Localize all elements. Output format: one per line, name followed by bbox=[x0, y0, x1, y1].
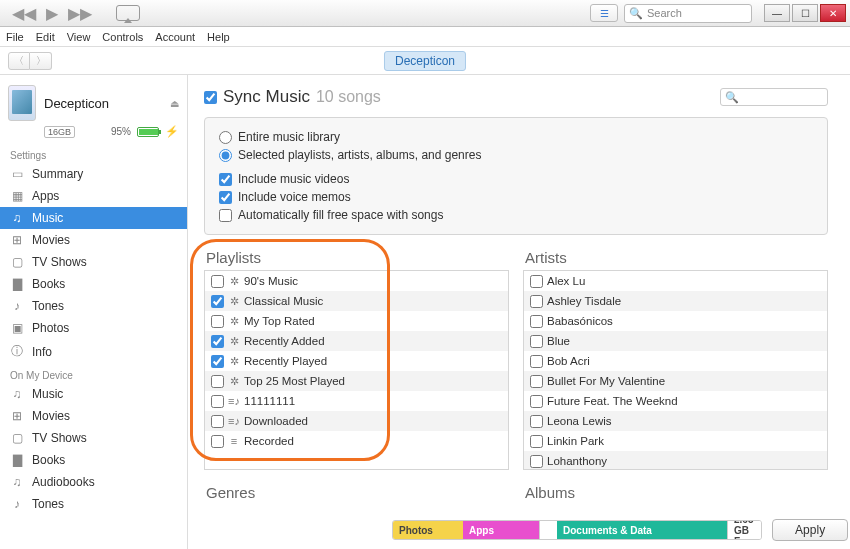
playlist-row[interactable]: ≡Recorded bbox=[205, 431, 508, 451]
artist-checkbox[interactable] bbox=[530, 315, 543, 328]
sidebar-item-icon: ▦ bbox=[10, 189, 24, 203]
artist-checkbox[interactable] bbox=[530, 415, 543, 428]
sidebar-item-info[interactable]: ⓘInfo bbox=[0, 339, 187, 364]
artist-label: Bullet For My Valentine bbox=[547, 375, 665, 387]
artist-checkbox[interactable] bbox=[530, 295, 543, 308]
airplay-icon[interactable] bbox=[116, 5, 140, 21]
artist-checkbox[interactable] bbox=[530, 275, 543, 288]
artist-label: Babasónicos bbox=[547, 315, 613, 327]
playlist-checkbox[interactable] bbox=[211, 315, 224, 328]
forward-button[interactable]: 〉 bbox=[30, 52, 52, 70]
playlist-checkbox[interactable] bbox=[211, 395, 224, 408]
sidebar-section-ondevice: On My Device bbox=[0, 364, 187, 383]
device-header[interactable]: Decepticon ⏏ bbox=[0, 81, 187, 125]
sidebar-item-tones[interactable]: ♪Tones bbox=[0, 493, 187, 515]
sidebar-item-label: Info bbox=[32, 345, 52, 359]
sidebar-item-music[interactable]: ♫Music bbox=[0, 207, 187, 229]
device-tab[interactable]: Decepticon bbox=[384, 51, 466, 71]
playlist-type-icon: ✲ bbox=[228, 275, 240, 288]
radio-entire-library[interactable]: Entire music library bbox=[219, 128, 813, 146]
sidebar-item-apps[interactable]: ▦Apps bbox=[0, 185, 187, 207]
artist-row[interactable]: Bob Acri bbox=[524, 351, 827, 371]
sidebar-item-movies[interactable]: ⊞Movies bbox=[0, 229, 187, 251]
sidebar-item-tv-shows[interactable]: ▢TV Shows bbox=[0, 251, 187, 273]
playlist-checkbox[interactable] bbox=[211, 335, 224, 348]
sidebar-item-icon: ▢ bbox=[10, 255, 24, 269]
sidebar-item-audiobooks[interactable]: ♫Audiobooks bbox=[0, 471, 187, 493]
capacity-seg-docs: Documents & Data bbox=[557, 521, 727, 539]
menu-edit[interactable]: Edit bbox=[36, 31, 55, 43]
sidebar-item-label: Movies bbox=[32, 409, 70, 423]
artist-row[interactable]: Ashley Tisdale bbox=[524, 291, 827, 311]
playlist-row[interactable]: ≡♪Downloaded bbox=[205, 411, 508, 431]
global-search-input[interactable]: 🔍 Search bbox=[624, 4, 752, 23]
artist-row[interactable]: Linkin Park bbox=[524, 431, 827, 451]
artist-row[interactable]: Bullet For My Valentine bbox=[524, 371, 827, 391]
eject-icon[interactable]: ⏏ bbox=[170, 98, 179, 109]
artist-checkbox[interactable] bbox=[530, 395, 543, 408]
sidebar-item-music[interactable]: ♫Music bbox=[0, 383, 187, 405]
artist-row[interactable]: Lohanthony bbox=[524, 451, 827, 470]
minimize-button[interactable]: — bbox=[764, 4, 790, 22]
menu-account[interactable]: Account bbox=[155, 31, 195, 43]
playlist-type-icon: ✲ bbox=[228, 335, 240, 348]
playlist-checkbox[interactable] bbox=[211, 415, 224, 428]
playlists-list[interactable]: ✲90's Music✲Classical Music✲My Top Rated… bbox=[204, 270, 509, 470]
playlist-row[interactable]: ≡♪11111111 bbox=[205, 391, 508, 411]
playlist-row[interactable]: ✲90's Music bbox=[205, 271, 508, 291]
playlist-row[interactable]: ✲My Top Rated bbox=[205, 311, 508, 331]
sync-options-panel: Entire music library Selected playlists,… bbox=[204, 117, 828, 235]
play-icon[interactable]: ▶ bbox=[46, 4, 58, 23]
playlist-checkbox[interactable] bbox=[211, 355, 224, 368]
checkbox-autofill[interactable]: Automatically fill free space with songs bbox=[219, 206, 813, 224]
playlist-row[interactable]: ✲Recently Added bbox=[205, 331, 508, 351]
sidebar-item-books[interactable]: ▇Books bbox=[0, 449, 187, 471]
playlist-row[interactable]: ✲Recently Played bbox=[205, 351, 508, 371]
artist-row[interactable]: Blue bbox=[524, 331, 827, 351]
prev-track-icon[interactable]: ◀◀ bbox=[12, 4, 36, 23]
artist-checkbox[interactable] bbox=[530, 455, 543, 468]
menu-controls[interactable]: Controls bbox=[102, 31, 143, 43]
sidebar-item-photos[interactable]: ▣Photos bbox=[0, 317, 187, 339]
playlist-row[interactable]: ✲Top 25 Most Played bbox=[205, 371, 508, 391]
artist-checkbox[interactable] bbox=[530, 335, 543, 348]
sidebar-item-tv-shows[interactable]: ▢TV Shows bbox=[0, 427, 187, 449]
apply-button[interactable]: Apply bbox=[772, 519, 848, 541]
artist-row[interactable]: Future Feat. The Weeknd bbox=[524, 391, 827, 411]
sidebar-item-movies[interactable]: ⊞Movies bbox=[0, 405, 187, 427]
playlist-row[interactable]: ✲Classical Music bbox=[205, 291, 508, 311]
artist-row[interactable]: Leona Lewis bbox=[524, 411, 827, 431]
close-button[interactable]: ✕ bbox=[820, 4, 846, 22]
next-track-icon[interactable]: ▶▶ bbox=[68, 4, 92, 23]
menu-help[interactable]: Help bbox=[207, 31, 230, 43]
sidebar-item-summary[interactable]: ▭Summary bbox=[0, 163, 187, 185]
artist-checkbox[interactable] bbox=[530, 375, 543, 388]
artist-row[interactable]: Alex Lu bbox=[524, 271, 827, 291]
playlist-checkbox[interactable] bbox=[211, 275, 224, 288]
playlist-checkbox[interactable] bbox=[211, 435, 224, 448]
sidebar-item-tones[interactable]: ♪Tones bbox=[0, 295, 187, 317]
checkbox-include-voice[interactable]: Include voice memos bbox=[219, 188, 813, 206]
sidebar-item-label: Music bbox=[32, 211, 63, 225]
playlist-checkbox[interactable] bbox=[211, 295, 224, 308]
back-button[interactable]: 〈 bbox=[8, 52, 30, 70]
sidebar-item-label: Tones bbox=[32, 299, 64, 313]
playlists-heading: Playlists bbox=[204, 249, 509, 266]
menu-view[interactable]: View bbox=[67, 31, 91, 43]
device-thumbnail-icon bbox=[8, 85, 36, 121]
artist-checkbox[interactable] bbox=[530, 355, 543, 368]
artist-row[interactable]: Babasónicos bbox=[524, 311, 827, 331]
sidebar-item-books[interactable]: ▇Books bbox=[0, 273, 187, 295]
artist-checkbox[interactable] bbox=[530, 435, 543, 448]
maximize-button[interactable]: ☐ bbox=[792, 4, 818, 22]
sidebar-item-icon: ▇ bbox=[10, 277, 24, 291]
menu-file[interactable]: File bbox=[6, 31, 24, 43]
content-search-input[interactable]: 🔍 bbox=[720, 88, 828, 106]
sync-music-checkbox[interactable] bbox=[204, 91, 217, 104]
checkbox-include-videos[interactable]: Include music videos bbox=[219, 170, 813, 188]
sidebar-item-label: TV Shows bbox=[32, 255, 87, 269]
playlist-checkbox[interactable] bbox=[211, 375, 224, 388]
radio-selected-playlists[interactable]: Selected playlists, artists, albums, and… bbox=[219, 146, 813, 164]
list-view-button[interactable]: ☰ bbox=[590, 4, 618, 22]
artists-list[interactable]: Alex LuAshley TisdaleBabasónicosBlueBob … bbox=[523, 270, 828, 470]
